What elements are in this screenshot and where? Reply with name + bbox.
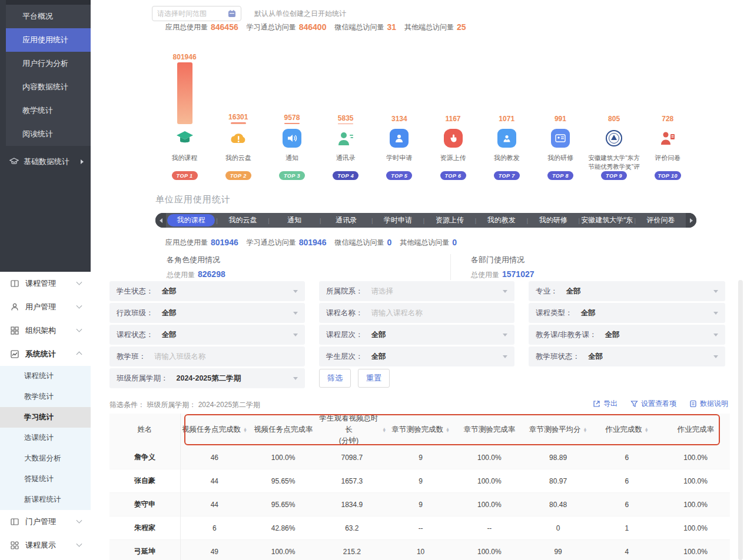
- date-range-picker[interactable]: 请选择时间范围: [152, 6, 241, 21]
- semester-select[interactable]: 班级所属学期：2024-2025第二学期: [109, 368, 305, 388]
- admin-class-select[interactable]: 行政班级：全部: [109, 303, 305, 323]
- field-value: 全部: [605, 330, 619, 340]
- tab-divider: |: [216, 217, 218, 224]
- field-label: 行政班级：: [117, 308, 154, 318]
- app-usage-stats: 应用总使用量801946 学习通总访问量801946 微信端总访问量0 其他端总…: [165, 236, 465, 248]
- table-cell: 9: [386, 454, 455, 462]
- col-chapter-quiz-done[interactable]: 章节测验完成数▲▼: [386, 424, 455, 435]
- sidebar-subitem-big-data-analysis[interactable]: 大数据分析: [0, 448, 91, 469]
- sort-icon[interactable]: ▲▼: [382, 428, 386, 432]
- page: 平台概况 应用使用统计 用户行为分析 内容数据统计 教学统计 阅读统计 基础数据…: [0, 0, 747, 560]
- sort-icon[interactable]: ▲▼: [645, 428, 649, 432]
- sort-icon[interactable]: ▲▼: [243, 428, 247, 432]
- course-level-select[interactable]: 课程层次：全部: [319, 325, 514, 345]
- teaching-class-status-select[interactable]: 教学班状态：全部: [529, 346, 725, 366]
- tab-divider: |: [268, 217, 270, 224]
- tab-my-training[interactable]: 我的研修: [529, 214, 577, 226]
- department-select[interactable]: 所属院系：请选择: [319, 281, 514, 301]
- tab-notifications[interactable]: 通知: [271, 214, 318, 226]
- tab-resource-upload[interactable]: 资源上传: [426, 214, 473, 226]
- col-chapter-quiz-avg[interactable]: 章节测验平均分▲▼: [524, 424, 593, 435]
- tab-teacher-dev[interactable]: 我的教发: [477, 214, 525, 226]
- academic-course-select[interactable]: 教务课/非教务课：全部: [529, 325, 725, 345]
- date-placeholder: 请选择时间范围: [157, 9, 207, 19]
- data-description-button[interactable]: 数据说明: [689, 399, 728, 409]
- sidebar-item-user-behavior[interactable]: 用户行为分析: [6, 52, 91, 75]
- sidebar-item-app-usage-stats[interactable]: 应用使用统计: [6, 28, 91, 52]
- graduation-cap-icon: [9, 158, 19, 166]
- teaching-class-input[interactable]: 教学班：请输入班级名称: [109, 346, 305, 366]
- student-status-select[interactable]: 学生状态：全部: [109, 281, 305, 301]
- field-label: 课程状态：: [117, 330, 154, 340]
- table-cell: 95.65%: [249, 477, 318, 485]
- sidebar-item-reading-stats[interactable]: 阅读统计: [6, 122, 91, 146]
- stat-label: 应用总使用量: [165, 22, 208, 32]
- tab-university-award[interactable]: 安徽建筑大学“东: [581, 214, 633, 226]
- sidebar-item-org-structure[interactable]: 组织架构: [0, 319, 91, 342]
- student-level-select[interactable]: 学生层次：全部: [319, 346, 514, 366]
- table-cell: 44: [180, 501, 249, 509]
- table-cell: 100.0%: [661, 454, 730, 462]
- tab-scroll-right-button[interactable]: [686, 213, 696, 228]
- course-status-select[interactable]: 课程状态：全部: [109, 325, 305, 345]
- reset-button[interactable]: 重置: [358, 369, 390, 388]
- filter-button[interactable]: 筛选: [319, 369, 351, 388]
- table-cell: 100.0%: [661, 548, 730, 556]
- sidebar-item-course-display[interactable]: 课程展示: [0, 534, 91, 557]
- chevron-down-icon: [713, 312, 718, 315]
- tab-my-courses[interactable]: 我的课程: [167, 214, 215, 226]
- section-title-unit-app-usage: 单位应用使用统计: [155, 194, 231, 205]
- tab-scroll-left-button[interactable]: [155, 213, 166, 228]
- stat-value: 0: [452, 238, 457, 247]
- sort-icon[interactable]: ▲▼: [583, 428, 587, 432]
- tab-contacts[interactable]: 通讯录: [323, 214, 370, 226]
- course-type-select[interactable]: 课程类型：全部: [529, 303, 725, 323]
- table-cell: 100.0%: [455, 454, 524, 462]
- sidebar-subitem-teaching-stats[interactable]: 教学统计: [0, 386, 91, 407]
- teacher-icon: [497, 129, 516, 148]
- stat-value: 801946: [299, 238, 327, 247]
- tab-evaluation-survey[interactable]: 评价问卷: [637, 214, 685, 226]
- sidebar-item-label: 用户管理: [25, 302, 56, 312]
- sidebar-subitem-new-course-stats[interactable]: 新课程统计: [0, 489, 91, 510]
- sidebar-item-system-stats[interactable]: 系统统计: [0, 342, 91, 366]
- tab-credit-hours[interactable]: 学时申请: [374, 214, 422, 226]
- sidebar-subitem-learning-stats[interactable]: 学习统计: [0, 407, 91, 428]
- sidebar-subitem-course-stats[interactable]: 课程统计: [0, 366, 91, 386]
- view-settings-button[interactable]: 设置查看项: [630, 399, 676, 409]
- page-scrollbar-thumb[interactable]: [738, 280, 743, 560]
- sidebar-subitem-course-selection-stats[interactable]: 选课统计: [0, 428, 91, 448]
- chart-column: 5835 通讯录 TOP 4: [319, 53, 373, 180]
- sidebar-subitem-qa-stats[interactable]: 答疑统计: [0, 469, 91, 489]
- sidebar-item-teaching-stats[interactable]: 教学统计: [6, 99, 91, 122]
- hand-icon: [444, 129, 463, 148]
- sidebar-item-course-management[interactable]: 课程管理: [0, 272, 91, 295]
- sidebar-bottom-section: 课程管理 用户管理 组织架构 系统统计 课程统计 教学统计 学习统: [0, 272, 91, 560]
- table-cell: 6: [593, 477, 662, 485]
- course-name-input[interactable]: 课程名称：请输入课程名称: [319, 303, 514, 323]
- table-cell: 80.48: [524, 501, 593, 509]
- top-badge: TOP 10: [655, 171, 682, 180]
- sort-icon[interactable]: ▲▼: [446, 428, 450, 432]
- sidebar-item-base-data-stats[interactable]: 基础数据统计: [0, 150, 91, 174]
- col-video-tasks-done[interactable]: 视频任务点完成数▲▼: [180, 424, 249, 435]
- field-label: 班级所属学期：: [117, 374, 168, 384]
- table-cell: 95.65%: [249, 501, 318, 509]
- sidebar-item-platform-overview[interactable]: 平台概况: [6, 5, 91, 28]
- table-cell: 80.97: [524, 477, 593, 485]
- sidebar-item-user-management[interactable]: 用户管理: [0, 295, 91, 319]
- table-cell: 0: [524, 524, 593, 532]
- tab-my-cloud[interactable]: 我的云盘: [219, 214, 267, 226]
- major-select[interactable]: 专业：全部: [529, 281, 725, 301]
- filter-form: 学生状态：全部 所属院系：请选择 专业：全部 行政班级：全部 课程名称：请输入课…: [109, 281, 725, 388]
- col-homework-done[interactable]: 作业完成数▲▼: [593, 424, 662, 435]
- chevron-up-icon: [77, 351, 82, 357]
- chart-column: 3134 学时申请 TOP 5: [373, 53, 426, 180]
- table-cell: --: [386, 524, 455, 532]
- export-button[interactable]: 导出: [593, 399, 617, 409]
- col-video-watch-minutes[interactable]: 学生观看视频总时长(分钟)▲▼: [318, 413, 387, 446]
- sidebar-item-content-data[interactable]: 内容数据统计: [6, 75, 91, 99]
- chevron-down-icon: [77, 326, 82, 332]
- total-value: 1571027: [502, 269, 534, 279]
- sidebar-item-portal-management[interactable]: 门户管理: [0, 510, 91, 534]
